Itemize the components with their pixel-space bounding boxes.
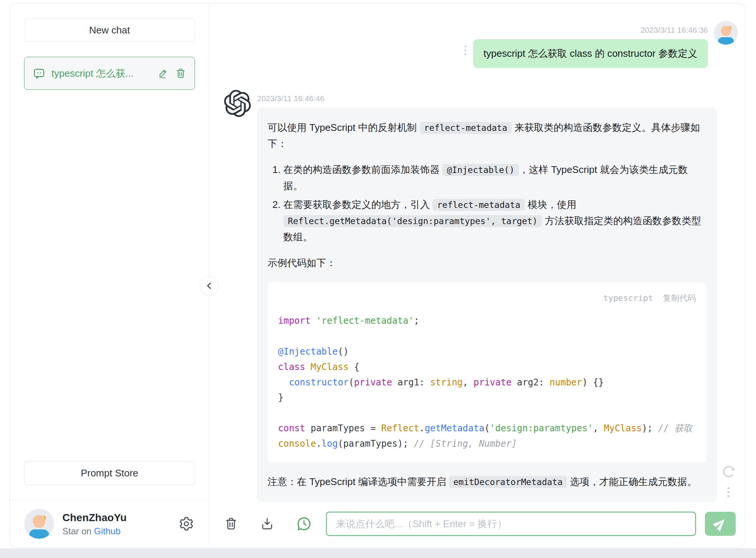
chat-list: typescript 怎么获... [24, 57, 195, 461]
chat-main: 2023/3/11 16:46:36 typescript 怎么获取 class… [209, 3, 745, 547]
user-message-column: 2023/3/11 16:46:36 typescript 怎么获取 class… [473, 21, 708, 68]
composer-bar [209, 505, 745, 547]
code-language-label: typescript [603, 291, 653, 305]
more-options-icon[interactable] [464, 45, 467, 56]
example-label: 示例代码如下： [268, 255, 706, 271]
sidebar-top: New chat typescript 怎么获... [10, 3, 209, 500]
sidebar-footer: ChenZhaoYu Star on Github [10, 500, 209, 547]
history-icon[interactable] [296, 516, 312, 532]
user-name: ChenZhaoYu [62, 511, 170, 525]
prompt-store-button[interactable]: Prompt Store [24, 461, 195, 485]
settings-gear-icon[interactable] [178, 516, 194, 532]
step-item: 在类的构造函数参数前面添加装饰器 @Injectable()，这样 TypeSc… [283, 162, 706, 194]
assistant-note: 注意：在 TypeScript 编译选项中需要开启 emitDecoratorM… [268, 474, 706, 490]
code-content: import 'reflect-metadata'; @Injectable()… [278, 313, 696, 451]
chat-bubble-icon [33, 67, 45, 80]
message-input[interactable] [326, 512, 696, 536]
paper-plane-icon [714, 517, 727, 531]
star-on-github: Star on Github [62, 526, 170, 537]
assistant-intro: 可以使用 TypeScript 中的反射机制 reflect-metadata … [268, 120, 706, 152]
edit-icon[interactable] [158, 68, 169, 79]
export-icon[interactable] [260, 517, 274, 531]
delete-icon[interactable] [175, 68, 186, 79]
message-list: 2023/3/11 16:46:36 typescript 怎么获取 class… [209, 3, 745, 505]
clear-chat-icon[interactable] [224, 517, 238, 531]
openai-logo-icon [224, 90, 251, 117]
more-options-icon[interactable] [727, 487, 730, 498]
star-prefix: Star on [62, 526, 94, 536]
regenerate-icon[interactable] [721, 465, 736, 480]
new-chat-button[interactable]: New chat [24, 18, 195, 42]
page-bottom-band [0, 548, 756, 558]
step-item: 在需要获取参数定义的地方，引入 reflect-metadata 模块，使用 R… [283, 197, 706, 245]
sidebar: New chat typescript 怎么获... [10, 3, 209, 547]
assistant-message: 2023/3/11 16:46:46 可以使用 TypeScript 中的反射机… [224, 89, 738, 502]
user-meta: ChenZhaoYu Star on Github [62, 511, 170, 537]
assistant-message-bubble: 可以使用 TypeScript 中的反射机制 reflect-metadata … [257, 108, 717, 502]
sidebar-collapse-button[interactable] [200, 276, 219, 295]
assistant-message-column: 2023/3/11 16:46:46 可以使用 TypeScript 中的反射机… [257, 89, 717, 502]
chevron-left-icon [204, 280, 215, 291]
chat-item-title: typescript 怎么获... [51, 67, 152, 80]
message-actions [721, 465, 736, 498]
code-block-header: typescript 复制代码 [278, 291, 696, 305]
message-timestamp: 2023/3/11 16:46:36 [641, 26, 708, 34]
github-link[interactable]: Github [94, 526, 121, 536]
copy-code-button[interactable]: 复制代码 [663, 291, 696, 305]
steps-list: 在类的构造函数参数前面添加装饰器 @Injectable()，这样 TypeSc… [268, 162, 706, 245]
chat-list-item[interactable]: typescript 怎么获... [24, 57, 195, 90]
user-avatar [24, 509, 54, 539]
message-timestamp: 2023/3/11 16:46:46 [257, 94, 717, 102]
send-button[interactable] [705, 512, 736, 536]
user-message: 2023/3/11 16:46:36 typescript 怎么获取 class… [224, 21, 738, 68]
chat-app-card: New chat typescript 怎么获... [9, 3, 745, 547]
app-window: New chat typescript 怎么获... [0, 0, 756, 558]
code-block: typescript 复制代码 import 'reflect-metadata… [268, 282, 706, 462]
user-message-bubble: typescript 怎么获取 class 的 constructor 参数定义 [473, 39, 708, 68]
user-avatar [714, 21, 738, 45]
